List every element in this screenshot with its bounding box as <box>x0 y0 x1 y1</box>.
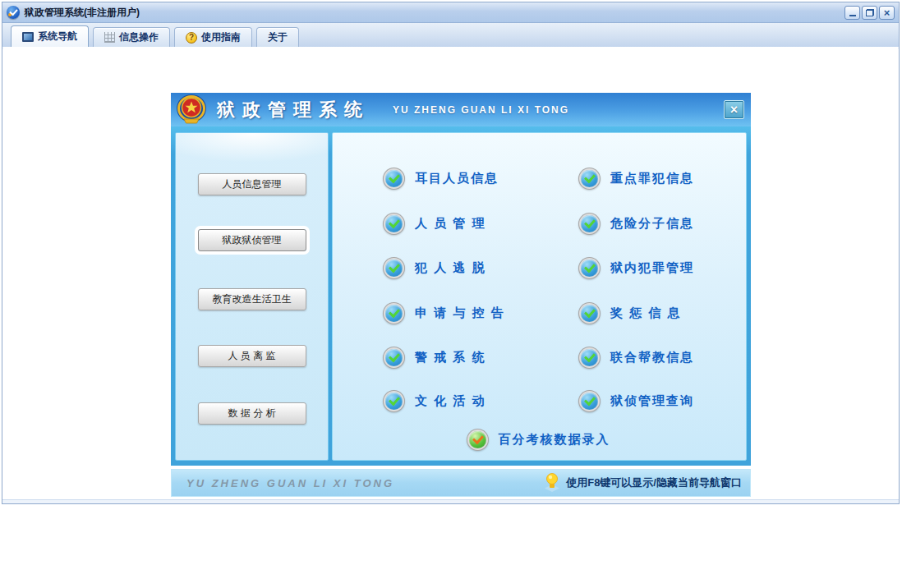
window-bottom-strip <box>2 499 899 503</box>
check-icon <box>581 393 598 410</box>
help-icon: ? <box>186 32 197 44</box>
menu-row: 耳目人员信息 重点罪犯信息 <box>385 167 738 190</box>
menu-item-label: 犯 人 逃 脱 <box>415 260 486 276</box>
grid-icon <box>104 32 115 43</box>
tab-label: 关于 <box>268 30 288 44</box>
check-icon <box>581 170 598 187</box>
check-icon <box>385 260 403 277</box>
dialog-footer: YU ZHENG GUAN LI XI TONG 使用F8键可以显示/隐藏当前导… <box>171 469 751 497</box>
menu-item-alert-system[interactable]: 警 戒 系 统 <box>385 346 581 369</box>
monitor-icon <box>22 32 34 42</box>
minimize-icon <box>849 15 856 16</box>
menu-item-label: 人 员 管 理 <box>415 216 486 232</box>
menu-item-informant-info[interactable]: 耳目人员信息 <box>385 167 581 190</box>
close-button[interactable]: × <box>879 6 895 20</box>
navigation-dialog: 狱政管理系统 YU ZHENG GUAN LI XI TONG × 人员信息管理… <box>171 93 751 497</box>
check-icon <box>581 349 598 366</box>
dialog-title: 狱政管理系统 <box>217 98 370 122</box>
menu-item-cultural-activities[interactable]: 文 化 活 动 <box>385 389 581 412</box>
police-badge-icon <box>174 94 209 126</box>
restore-icon <box>866 9 874 16</box>
dialog-header: 狱政管理系统 YU ZHENG GUAN LI XI TONG × <box>171 93 751 126</box>
window-controls: × <box>844 6 895 20</box>
menu-item-percent-assessment-entry[interactable]: 百分考核数据录入 <box>469 428 610 451</box>
menu-item-label: 狱内犯罪管理 <box>610 260 694 276</box>
sidebar-button-personnel-info[interactable]: 人员信息管理 <box>198 173 306 195</box>
sidebar-button-departure[interactable]: 人 员 离 监 <box>198 345 306 367</box>
menu-row: 申 请 与 控 告 奖 惩 信 息 <box>385 301 738 324</box>
lightbulb-icon <box>543 473 561 493</box>
menu-item-label: 申 请 与 控 告 <box>415 305 505 321</box>
window-title: 狱政管理系统(非注册用户) <box>25 6 140 20</box>
tab-bar: 系统导航 信息操作 ? 使用指南 关于 <box>2 23 899 48</box>
tab-label: 信息操作 <box>119 30 159 44</box>
footer-tip: 使用F8键可以显示/隐藏当前导航窗口 <box>543 473 742 493</box>
sidebar-panel: 人员信息管理 狱政狱侦管理 教育改造生活卫生 人 员 离 监 数 据 分 析 <box>175 132 329 461</box>
sidebar-button-education[interactable]: 教育改造生活卫生 <box>198 288 306 310</box>
check-icon <box>385 349 403 366</box>
check-icon <box>385 215 403 232</box>
check-icon <box>581 215 598 232</box>
check-icon <box>385 170 403 187</box>
tab-about[interactable]: 关于 <box>256 27 299 47</box>
minimize-button[interactable] <box>844 6 860 20</box>
footer-tip-text: 使用F8键可以显示/隐藏当前导航窗口 <box>566 475 742 490</box>
menu-item-joint-assistance[interactable]: 联合帮教信息 <box>581 346 694 369</box>
title-bar: 狱政管理系统(非注册用户) × <box>2 2 899 23</box>
menu-row: 人 员 管 理 危险分子信息 <box>385 212 738 235</box>
menu-item-escape[interactable]: 犯 人 逃 脱 <box>385 256 581 279</box>
menu-item-label: 警 戒 系 统 <box>415 350 486 365</box>
check-icon <box>581 260 598 277</box>
menu-row: 警 戒 系 统 联合帮教信息 <box>385 346 738 369</box>
dialog-body: 人员信息管理 狱政狱侦管理 教育改造生活卫生 人 员 离 监 数 据 分 析 耳… <box>171 126 751 466</box>
close-icon: × <box>730 103 738 117</box>
menu-item-label: 耳目人员信息 <box>415 171 499 186</box>
app-window: 狱政管理系统(非注册用户) × 系统导航 信息操作 ? 使用指南 <box>2 2 900 504</box>
menu-item-label: 危险分子信息 <box>610 216 694 232</box>
footer-brand: YU ZHENG GUAN LI XI TONG <box>186 477 394 489</box>
check-icon <box>385 305 403 322</box>
main-panel: 耳目人员信息 重点罪犯信息 人 员 管 理 危险分子信息 <box>332 132 747 461</box>
restore-button[interactable] <box>862 6 877 20</box>
menu-item-label: 重点罪犯信息 <box>610 171 694 186</box>
sidebar-button-data-analysis[interactable]: 数 据 分 析 <box>198 402 306 425</box>
menu-item-reward-punishment[interactable]: 奖 惩 信 息 <box>581 301 682 324</box>
menu-item-label: 百分考核数据录入 <box>499 432 610 448</box>
menu-item-prison-crime-mgmt[interactable]: 狱内犯罪管理 <box>581 256 694 279</box>
menu-item-label: 奖 惩 信 息 <box>610 305 682 321</box>
menu-item-label: 文 化 活 动 <box>415 393 486 409</box>
menu-row: 百分考核数据录入 <box>333 428 746 451</box>
dialog-subtitle: YU ZHENG GUAN LI XI TONG <box>393 104 569 116</box>
menu-row: 文 化 活 动 狱侦管理查询 <box>385 389 738 412</box>
tab-user-guide[interactable]: ? 使用指南 <box>174 27 252 47</box>
check-icon <box>469 431 486 448</box>
app-logo-icon <box>7 6 20 19</box>
tab-label: 使用指南 <box>201 30 241 44</box>
menu-item-personnel-mgmt[interactable]: 人 员 管 理 <box>385 212 581 235</box>
menu-item-label: 联合帮教信息 <box>610 350 694 365</box>
menu-item-investigation-query[interactable]: 狱侦管理查询 <box>581 389 694 412</box>
sidebar-button-prison-admin[interactable]: 狱政狱侦管理 <box>198 229 306 251</box>
close-icon: × <box>884 7 890 18</box>
menu-item-label: 狱侦管理查询 <box>610 393 694 409</box>
tab-system-navigation[interactable]: 系统导航 <box>11 25 89 47</box>
menu-row: 犯 人 逃 脱 狱内犯罪管理 <box>385 256 738 279</box>
tab-label: 系统导航 <box>38 30 77 44</box>
dialog-close-button[interactable]: × <box>724 100 744 119</box>
check-icon <box>385 393 403 410</box>
tab-information-operations[interactable]: 信息操作 <box>93 27 170 47</box>
menu-item-key-criminal-info[interactable]: 重点罪犯信息 <box>581 167 694 190</box>
check-icon <box>581 305 598 322</box>
menu-item-dangerous-elements[interactable]: 危险分子信息 <box>581 212 694 235</box>
menu-item-appeal-complaint[interactable]: 申 请 与 控 告 <box>385 301 581 324</box>
